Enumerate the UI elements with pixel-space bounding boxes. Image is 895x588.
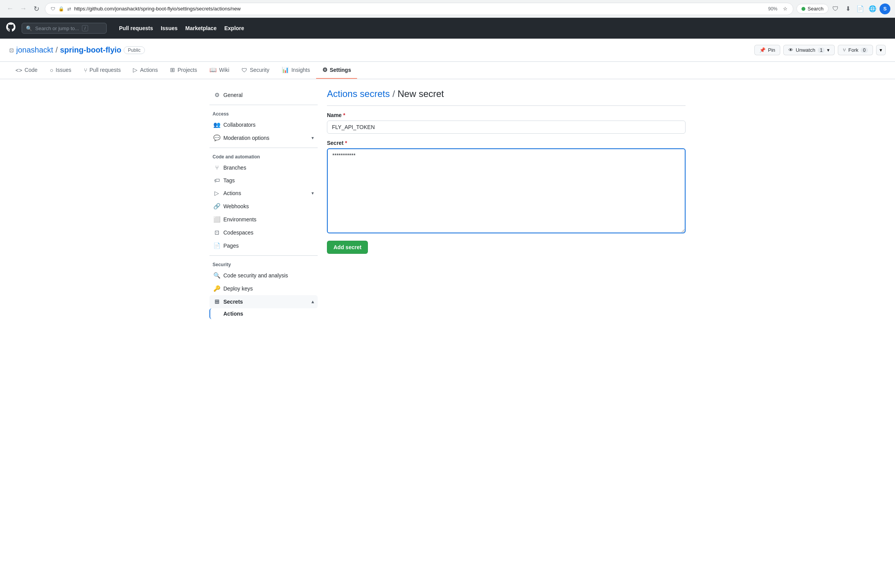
chevron-down-icon: ▾: [827, 47, 830, 53]
nav-explore[interactable]: Explore: [221, 23, 247, 34]
lock-icon: 🔒: [58, 6, 64, 12]
unwatch-button[interactable]: 👁 Unwatch 1 ▾: [783, 45, 835, 55]
tab-issues-label: Issues: [56, 67, 71, 73]
sidebar-item-collaborators[interactable]: 👥 Collaborators: [209, 118, 318, 131]
browser-search-label: Search: [808, 6, 824, 12]
search-shortcut: /: [82, 25, 88, 31]
github-main-nav: Pull requests Issues Marketplace Explore: [116, 23, 247, 34]
code-security-label: Code security and analysis: [223, 272, 288, 279]
back-button[interactable]: ←: [5, 3, 15, 14]
codespaces-icon: ⊡: [213, 229, 220, 236]
branches-icon: ⑂: [213, 164, 220, 171]
sidebar-item-moderation[interactable]: 💬 Moderation options ▾: [209, 131, 318, 144]
tab-security[interactable]: 🛡 Security: [235, 62, 276, 79]
search-icon: 🔍: [26, 25, 32, 31]
sidebar-security-label: Security: [209, 259, 318, 269]
share-icon: ⇄: [67, 6, 71, 12]
sidebar-item-secrets[interactable]: ⊞ Secrets ▴: [209, 295, 318, 308]
tab-insights[interactable]: 📊 Insights: [276, 62, 316, 79]
repo-breadcrumb-sep: /: [56, 46, 58, 54]
sidebar-code-automation-label: Code and automation: [209, 151, 318, 161]
fork-count: 0: [861, 48, 868, 53]
more-options-button[interactable]: ▾: [876, 45, 886, 55]
tab-wiki[interactable]: 📖 Wiki: [203, 62, 235, 79]
sidebar-item-environments[interactable]: ⬜ Environments: [209, 213, 318, 226]
reload-button[interactable]: ↻: [31, 3, 42, 14]
fork-button[interactable]: ⑂ Fork 0: [838, 45, 873, 55]
sidebar-item-webhooks[interactable]: 🔗 Webhooks: [209, 200, 318, 213]
secrets-label: Secrets: [223, 299, 243, 305]
projects-icon: ⊞: [170, 66, 175, 73]
sidebar-divider-2: [209, 148, 318, 148]
wiki-icon: 📖: [209, 66, 217, 73]
sidebar-item-deploy-keys[interactable]: 🔑 Deploy keys: [209, 282, 318, 295]
tab-code[interactable]: <> Code: [9, 62, 44, 79]
tab-actions[interactable]: ▷ Actions: [127, 62, 164, 79]
profile-avatar[interactable]: S: [880, 3, 890, 14]
moderation-label: Moderation options: [223, 135, 269, 141]
pr-icon: ⑂: [84, 67, 87, 73]
secret-label-text: Secret: [327, 140, 344, 146]
sidebar-item-tags[interactable]: 🏷 Tags: [209, 174, 318, 187]
nav-pull-requests[interactable]: Pull requests: [116, 23, 156, 34]
repo-nav-tabs: <> Code ○ Issues ⑂ Pull requests ▷ Actio…: [0, 62, 895, 79]
shield-browser-icon[interactable]: 🛡: [830, 3, 841, 14]
code-icon: <>: [15, 67, 22, 73]
sidebar-item-general[interactable]: ⚙ General: [209, 88, 318, 102]
github-search-box[interactable]: 🔍 Search or jump to... /: [22, 23, 107, 34]
breadcrumb-current: New secret: [398, 88, 444, 99]
tab-pull-requests[interactable]: ⑂ Pull requests: [78, 62, 127, 79]
tab-security-label: Security: [250, 67, 269, 73]
sidebar-item-pages[interactable]: 📄 Pages: [209, 239, 318, 252]
nav-issues[interactable]: Issues: [158, 23, 181, 34]
zoom-level[interactable]: 90%: [766, 5, 780, 12]
reader-icon[interactable]: 📄: [855, 3, 866, 14]
name-label: Name *: [327, 112, 686, 118]
nav-marketplace[interactable]: Marketplace: [182, 23, 220, 34]
pin-label: Pin: [768, 47, 775, 53]
name-input[interactable]: [327, 121, 686, 134]
sidebar-item-actions[interactable]: ▷ Actions ▾: [209, 187, 318, 200]
browser-nav-buttons: ← → ↻: [5, 3, 42, 14]
sidebar-access-section: Access 👥 Collaborators 💬 Moderation opti…: [209, 108, 318, 144]
issues-icon: ○: [50, 67, 53, 73]
tab-pr-label: Pull requests: [90, 67, 121, 73]
forward-button[interactable]: →: [18, 3, 29, 14]
tab-issues[interactable]: ○ Issues: [44, 62, 78, 79]
secret-textarea[interactable]: ***********: [327, 148, 686, 233]
sidebar-item-branches[interactable]: ⑂ Branches: [209, 161, 318, 174]
repo-header: ⊡ jonashackt / spring-boot-flyio Public …: [0, 39, 895, 62]
tab-projects-label: Projects: [177, 67, 197, 73]
repo-name-link[interactable]: spring-boot-flyio: [60, 46, 121, 54]
star-icon[interactable]: ☆: [783, 6, 788, 12]
tab-settings[interactable]: ⚙ Settings: [316, 62, 357, 79]
sidebar-item-code-security[interactable]: 🔍 Code security and analysis: [209, 269, 318, 282]
actions-label: Actions: [223, 190, 241, 196]
browser-actions: Search 🛡 ⬇ 📄 🌐 S: [796, 3, 890, 14]
download-icon[interactable]: ⬇: [842, 3, 853, 14]
browser-search-button[interactable]: Search: [796, 4, 829, 14]
search-placeholder: Search or jump to...: [35, 25, 79, 31]
sidebar-general-label: General: [223, 92, 243, 98]
unwatch-label: Unwatch: [796, 47, 815, 53]
settings-icon: ⚙: [322, 66, 327, 73]
sidebar-general-section: ⚙ General: [209, 88, 318, 102]
breadcrumb-link[interactable]: Actions secrets: [327, 88, 390, 99]
webhooks-icon: 🔗: [213, 203, 220, 210]
deploy-keys-label: Deploy keys: [223, 286, 253, 292]
sidebar-sub-item-secrets-actions[interactable]: Actions: [209, 308, 318, 319]
repo-visibility-badge: Public: [124, 46, 145, 54]
add-secret-button[interactable]: Add secret: [327, 241, 368, 254]
tab-code-label: Code: [25, 67, 37, 73]
actions-icon: ▷: [133, 66, 138, 73]
tab-projects[interactable]: ⊞ Projects: [164, 62, 203, 79]
extensions-icon[interactable]: 🌐: [867, 3, 878, 14]
breadcrumb-separator: /: [392, 88, 397, 99]
address-bar[interactable]: 🛡 🔒 ⇄ https://github.com/jonashackt/spri…: [45, 3, 793, 15]
github-logo[interactable]: [6, 22, 15, 34]
pages-label: Pages: [223, 243, 239, 249]
browser-chrome: ← → ↻ 🛡 🔒 ⇄ https://github.com/jonashack…: [0, 0, 895, 18]
pin-button[interactable]: 📌 Pin: [754, 45, 780, 55]
sidebar-item-codespaces[interactable]: ⊡ Codespaces: [209, 226, 318, 239]
repo-owner-link[interactable]: jonashackt: [16, 46, 53, 54]
